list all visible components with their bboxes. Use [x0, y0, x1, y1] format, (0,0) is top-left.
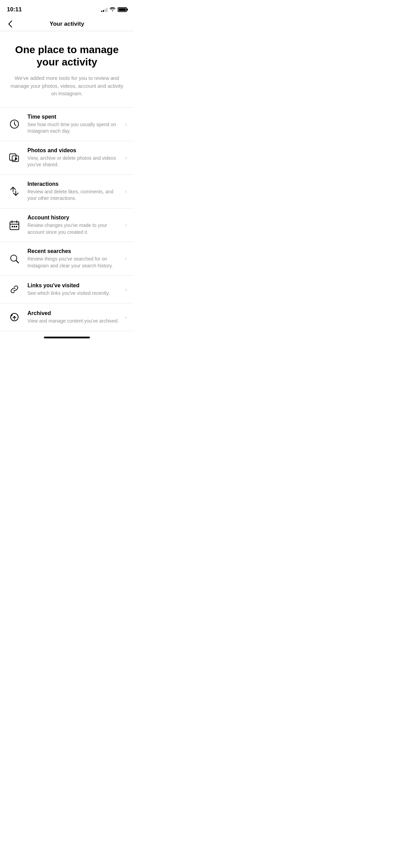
calendar-icon [7, 218, 22, 233]
svg-rect-4 [10, 222, 19, 230]
nav-bar: Your activity [0, 17, 134, 31]
hero-section: One place to manage your activity We've … [0, 31, 134, 108]
chevron-right-icon: › [125, 255, 127, 262]
menu-list: Time spent See how much time you usually… [0, 108, 134, 331]
menu-item-links-visited[interactable]: Links you've visited See which links you… [0, 276, 134, 303]
chevron-right-icon: › [125, 121, 127, 128]
menu-label-account-history: Account history [27, 215, 119, 221]
menu-item-recent-searches[interactable]: Recent searches Review things you've sea… [0, 242, 134, 276]
menu-item-account-history[interactable]: Account history Review changes you've ma… [0, 208, 134, 242]
chevron-right-icon: › [125, 154, 127, 161]
back-button[interactable] [7, 19, 14, 29]
signal-icon [101, 7, 107, 12]
chevron-right-icon: › [125, 221, 127, 229]
menu-label-links-visited: Links you've visited [27, 282, 119, 289]
menu-desc-recent-searches: Review things you've searched for on Ins… [27, 256, 119, 269]
menu-label-archived: Archived [27, 310, 119, 316]
archive-icon [7, 310, 22, 325]
menu-item-time-spent[interactable]: Time spent See how much time you usually… [0, 108, 134, 141]
menu-desc-archived: View and manage content you've archived. [27, 318, 119, 325]
clock-icon [7, 117, 22, 132]
svg-rect-5 [12, 226, 13, 227]
menu-label-time-spent: Time spent [27, 114, 119, 120]
chevron-right-icon: › [125, 286, 127, 293]
menu-desc-photos-videos: View, archive or delete photos and video… [27, 155, 119, 168]
menu-desc-interactions: Review and delete likes, comments, and y… [27, 189, 119, 202]
hero-title: One place to manage your activity [10, 44, 124, 68]
menu-desc-account-history: Review changes you've made to your accou… [27, 222, 119, 236]
status-icons [101, 7, 127, 13]
menu-label-photos-videos: Photos and videos [27, 147, 119, 154]
search-icon [7, 251, 22, 266]
link-icon [7, 282, 22, 297]
home-indicator [0, 331, 134, 341]
menu-item-photos-videos[interactable]: Photos and videos View, archive or delet… [0, 141, 134, 175]
battery-icon [118, 7, 127, 12]
menu-desc-links-visited: See which links you've visited recently. [27, 290, 119, 297]
menu-desc-time-spent: See how much time you usually spend on I… [27, 121, 119, 135]
menu-item-archived[interactable]: Archived View and manage content you've … [0, 303, 134, 331]
status-time: 10:11 [7, 6, 22, 13]
menu-label-recent-searches: Recent searches [27, 248, 119, 254]
status-bar: 10:11 [0, 0, 134, 17]
chevron-right-icon: › [125, 314, 127, 321]
hero-subtitle: We've added more tools for you to review… [10, 74, 124, 98]
menu-item-interactions[interactable]: Interactions Review and delete likes, co… [0, 175, 134, 208]
interactions-icon [7, 184, 22, 199]
nav-title: Your activity [50, 21, 84, 27]
menu-label-interactions: Interactions [27, 181, 119, 187]
wifi-icon [109, 7, 116, 13]
svg-rect-7 [16, 226, 17, 227]
home-bar [44, 337, 90, 338]
chevron-right-icon: › [125, 188, 127, 195]
photos-videos-icon [7, 150, 22, 165]
svg-rect-6 [14, 226, 15, 227]
